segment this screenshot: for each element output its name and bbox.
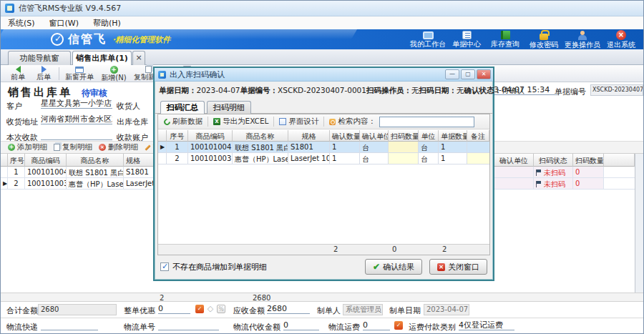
workbench-button[interactable]: 我的工作台: [409, 29, 447, 49]
col-scan-status: 扫码状态: [534, 154, 573, 167]
doc-date-label: 单据日期：: [159, 86, 197, 94]
make-date-value: 2023-04-07: [424, 304, 469, 315]
discount-input[interactable]: [158, 303, 190, 314]
col-confirm-unit: 确认单位: [360, 130, 389, 142]
make-date-label: 制单日期: [389, 305, 421, 316]
menu-system[interactable]: 系统(S): [8, 18, 35, 29]
apply-freight-icon[interactable]: ✓: [394, 321, 403, 330]
trackno-label: 物流单号: [124, 322, 155, 333]
dialog-icon: [158, 71, 166, 79]
tab-scan-detail[interactable]: 扫码明细: [207, 101, 251, 114]
dialog-window-buttons: — ▢ ✕: [445, 69, 491, 79]
close-box-icon: ✕: [437, 263, 445, 271]
app-window: 信管飞RMS专业版 V9.4.567 系统(S) 窗口(W) 帮助(H) 信管飞…: [0, 0, 644, 334]
dialog-tabs: 扫码汇总 扫码明细: [155, 99, 493, 114]
document-list-icon: [462, 31, 472, 39]
menu-window[interactable]: 窗口(W): [49, 18, 79, 29]
check-icon: ✔: [373, 262, 380, 272]
copy-icon: [145, 66, 152, 73]
current-row-marker: ▶: [158, 142, 167, 153]
payment-input[interactable]: [41, 129, 112, 140]
scan-date-label: 扫码日期：: [419, 86, 457, 94]
express-input[interactable]: [41, 320, 98, 330]
express-label: 物流快递: [6, 322, 38, 333]
add-detail-button[interactable]: + 添加明细: [8, 142, 47, 152]
maximize-button[interactable]: ▢: [461, 69, 475, 79]
dialog-table-header: 序号 商品编码 商品名称 规格 确认数量 确认单位 扫码数量 单位 单据数量 备…: [158, 130, 489, 142]
add-missing-label: 不存在商品增加到单据明细: [172, 262, 267, 272]
freight-type-input[interactable]: [459, 320, 514, 330]
ui-design-button[interactable]: 界面设计: [279, 117, 318, 127]
tab-close-icon[interactable]: ×: [132, 51, 145, 65]
barcode-scan-icon: [145, 144, 150, 150]
inventory-query-button[interactable]: 库存查询: [486, 29, 525, 49]
new-window-order-button[interactable]: 新窗开单: [62, 65, 97, 82]
excel-icon: X: [213, 118, 220, 125]
flag-icon: [536, 181, 542, 187]
customer-input[interactable]: [41, 98, 112, 109]
freight-input[interactable]: [363, 320, 390, 330]
confirm-result-button[interactable]: ✔ 确认结果: [365, 259, 422, 275]
prev-doc-button[interactable]: 前单: [5, 65, 31, 82]
delete-detail-button[interactable]: × 删除明细: [99, 142, 138, 152]
scan-confirm-dialog: 出入库扫码确认 — ▢ ✕ 单据日期：2023-04-07 单据编号：XSCKD…: [153, 67, 494, 281]
col-product-code: 商品编码: [25, 154, 67, 167]
refresh-icon: [162, 117, 172, 127]
next-doc-button[interactable]: 后单: [31, 65, 57, 82]
dialog-footer: 不存在商品增加到单据明细 ✔ 确认结果 ✕ 关闭窗口: [160, 258, 487, 275]
user-icon: [578, 31, 587, 40]
close-window-button[interactable]: ✕ 关闭窗口: [429, 259, 487, 275]
col-seq: 序号: [8, 154, 25, 167]
book-icon: [501, 31, 510, 39]
receivable-input[interactable]: [267, 303, 310, 314]
copy-detail-button[interactable]: 复制明细: [54, 142, 92, 152]
dialog-table-totals: 2 0 2: [158, 244, 489, 255]
banner-actions: 我的工作台 单据中心 库存查询 修改密码 更换操作员 × 退出系统: [409, 29, 640, 49]
forward-arrow-icon: [42, 66, 47, 73]
refresh-data-button[interactable]: 刷新数据: [164, 117, 203, 127]
tab-scan-summary[interactable]: 扫码汇总: [160, 101, 205, 114]
exit-icon: ×: [616, 30, 626, 40]
add-missing-checkbox[interactable]: [160, 262, 169, 271]
doc-qty-total: 2: [442, 245, 447, 253]
tab-sales-outbound[interactable]: 销售出库单(1): [72, 51, 132, 65]
design-grid-icon: [279, 118, 286, 125]
add-new-button[interactable]: + 新增(N): [97, 65, 130, 82]
total-amount-value: 2680: [38, 304, 117, 315]
col-confirm-qty: 确认数量: [330, 130, 360, 142]
minimize-button[interactable]: —: [445, 69, 459, 79]
apply-discount-icon[interactable]: ✓: [195, 305, 204, 313]
dialog-table-row-1[interactable]: ▶ 1 100101004 联想 S1801 黑白激光 S1801 1 台 台 …: [158, 142, 489, 153]
doc-no-label: 单据编号：: [240, 86, 278, 94]
dialog-info-bar: 单据日期：2023-04-07 单据编号：XSCKD-20230407-0001…: [159, 84, 489, 98]
export-excel-button[interactable]: X 导出为EXCEL: [213, 117, 268, 127]
col-seq: 序号: [167, 130, 188, 142]
grid-footer-qty-sum: 2: [160, 294, 164, 302]
document-center-button[interactable]: 单据中心: [447, 29, 486, 49]
tab-function-nav[interactable]: 功能导航窗: [8, 51, 71, 65]
delete-icon: ×: [99, 144, 106, 151]
menu-help[interactable]: 帮助(H): [93, 18, 121, 29]
col-product-name: 商品名称: [233, 130, 288, 142]
search-input[interactable]: [379, 117, 474, 127]
scan-qty-total: 0: [392, 245, 396, 253]
change-password-button[interactable]: 修改密码: [525, 29, 563, 49]
copy-icon: [54, 144, 60, 151]
cod-input[interactable]: [283, 320, 319, 330]
exit-system-button[interactable]: × 退出系统: [602, 29, 640, 49]
col-remark: 备注: [467, 130, 489, 142]
total-amount-label: 合计金额: [6, 305, 38, 316]
dialog-table-row-2[interactable]: 2 100101003 惠普（HP）LaserJet LaserJet 1020…: [158, 153, 489, 164]
switch-operator-button[interactable]: 更换操作员: [563, 29, 602, 49]
warehouse-label: 出库仓库: [117, 117, 148, 127]
consignee-label: 收货人: [117, 101, 140, 112]
confirm-qty-total: 2: [333, 245, 338, 253]
dialog-titlebar[interactable]: 出入库扫码确认 — ▢ ✕: [155, 68, 493, 82]
maker-label: 制单人: [317, 305, 341, 316]
grid-footer: 2 2680: [1, 293, 643, 302]
maker-value: 系统管理员: [343, 304, 383, 315]
close-button[interactable]: ✕: [477, 69, 491, 79]
trackno-input[interactable]: [158, 320, 219, 330]
address-input[interactable]: [41, 114, 112, 124]
back-arrow-icon: [16, 66, 21, 73]
